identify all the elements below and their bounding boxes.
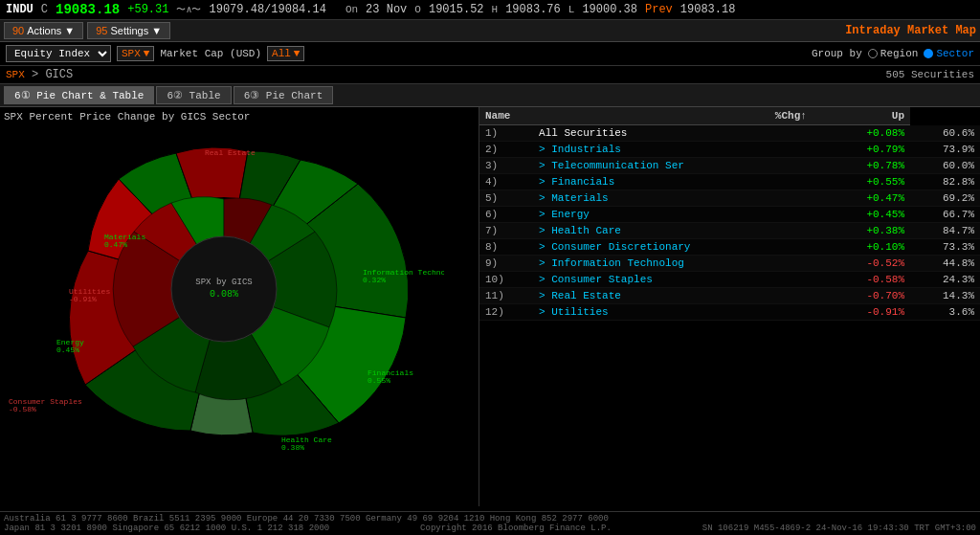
sector-radio-option[interactable]: Sector (924, 48, 974, 59)
ticker-price: 19083.18 (56, 2, 120, 17)
row-name[interactable]: All Securities (533, 125, 813, 142)
ticker-o-label: O (414, 4, 421, 15)
actions-arrow: ▼ (64, 25, 75, 36)
svg-text:0.47%: 0.47% (104, 240, 127, 249)
row-up: 73.9% (910, 142, 980, 158)
col-up-header[interactable]: Up (813, 107, 910, 125)
breadcrumb-spx[interactable]: SPX (6, 69, 25, 80)
row-num: 12) (479, 304, 533, 321)
row-name[interactable]: > Materials (533, 190, 813, 207)
pie-chart-svg: SPX by GICS 0.08% Information Technology… (4, 126, 444, 452)
groupby-section: Group by Region Sector (812, 48, 974, 59)
region-radio[interactable] (868, 49, 878, 58)
row-name[interactable]: > Financials (533, 174, 813, 190)
row-name[interactable]: > Consumer Staples (533, 272, 813, 288)
footer: Australia 61 3 9777 8600 Brazil 5511 239… (0, 511, 980, 535)
tab3-label: 6③ Pie Chart (244, 90, 323, 101)
table-row: 11)> Real Estate-0.70%14.3% (479, 288, 980, 304)
actions-label: Actions (27, 25, 61, 36)
tabs-bar: 6① Pie Chart & Table 6② Table 6③ Pie Cha… (0, 84, 980, 107)
row-num: 11) (479, 288, 533, 304)
ticker-on: On (345, 4, 358, 15)
sector-radio[interactable] (924, 49, 933, 58)
row-name[interactable]: > Energy (533, 207, 813, 223)
actions-button[interactable]: 90 Actions ▼ (4, 22, 83, 39)
row-num: 5) (479, 190, 533, 207)
row-chg: +0.78% (813, 158, 910, 174)
row-num: 9) (479, 256, 533, 272)
breadcrumb: SPX > GICS (6, 68, 73, 81)
svg-text:0.45%: 0.45% (56, 346, 79, 354)
table-row: 6)> Energy+0.45%66.7% (479, 207, 980, 223)
row-chg: -0.91% (813, 304, 910, 321)
table-row: 12)> Utilities-0.91%3.6% (479, 304, 980, 321)
row-num: 8) (479, 239, 533, 256)
action-bar: 90 Actions ▼ 95 Settings ▼ Intraday Mark… (0, 20, 980, 42)
region-radio-option[interactable]: Region (868, 48, 919, 59)
pie-container: SPX by GICS 0.08% Information Technology… (4, 126, 444, 452)
ticker-range: 19079.48/19084.14 (209, 3, 325, 16)
region-label: Region (880, 48, 919, 59)
row-up: 69.2% (910, 190, 980, 207)
all-dropdown[interactable]: All ▼ (267, 46, 304, 61)
table-side: Name %Chg↑ Up 1)All Securities+0.08%60.6… (479, 107, 980, 506)
securities-count: 505 Securities (886, 69, 974, 80)
footer-line1: Australia 61 3 9777 8600 Brazil 5511 239… (4, 514, 976, 524)
actions-count: 90 (12, 25, 24, 36)
row-up: 24.3% (910, 272, 980, 288)
ticker-high: 19083.76 (505, 3, 561, 16)
row-num: 2) (479, 142, 533, 158)
svg-text:-0.58%: -0.58% (9, 405, 36, 413)
spx-arrow: ▼ (144, 48, 150, 59)
data-table: Name %Chg↑ Up 1)All Securities+0.08%60.6… (479, 107, 980, 321)
table-row: 2)> Industrials+0.79%73.9% (479, 142, 980, 158)
footer-copyright: Copyright 2016 Bloomberg Finance L.P. (420, 524, 612, 533)
row-name[interactable]: > Consumer Discretionary (533, 239, 813, 256)
ticker-date: 23 Nov (366, 3, 407, 16)
spx-dropdown[interactable]: SPX ▼ (117, 46, 154, 61)
tab1-label: 6① Pie Chart & Table (14, 90, 144, 101)
ticker-prev-val: 19083.18 (680, 3, 736, 16)
control-bar: Equity Index Equity Index SPX ▼ Market C… (0, 42, 980, 66)
tab-pie-chart[interactable]: 6③ Pie Chart (234, 86, 334, 104)
ticker-open: 19015.52 (429, 3, 484, 16)
col-name-header[interactable]: Name (479, 107, 533, 125)
svg-text:-0.91%: -0.91% (69, 295, 97, 303)
row-name[interactable]: > Utilities (533, 304, 813, 321)
row-name[interactable]: > Health Care (533, 223, 813, 239)
svg-text:0.08%: 0.08% (210, 289, 238, 300)
ticker-l-label: L (568, 4, 575, 15)
settings-label: Settings (110, 25, 148, 36)
ticker-prev-label: Prev (645, 3, 673, 16)
row-name[interactable]: > Information Technolog (533, 256, 813, 272)
market-cap-label: Market Cap (USD) (160, 48, 261, 59)
row-up: 44.8% (910, 256, 980, 272)
table-row: 7)> Health Care+0.38%84.7% (479, 223, 980, 239)
ticker-bar: INDU C 19083.18 +59.31 〜∧〜 19079.48/1908… (0, 0, 980, 20)
ticker-change: +59.31 (127, 3, 168, 16)
row-name[interactable]: > Real Estate (533, 288, 813, 304)
table-row: 9)> Information Technolog-0.52%44.8% (479, 256, 980, 272)
row-up: 82.8% (910, 174, 980, 190)
row-up: 3.6% (910, 304, 980, 321)
row-name[interactable]: > Industrials (533, 142, 813, 158)
table-header-row: Name %Chg↑ Up (479, 107, 980, 125)
sector-label: Sector (936, 48, 974, 59)
row-num: 7) (479, 223, 533, 239)
tab-pie-chart-table[interactable]: 6① Pie Chart & Table (4, 86, 154, 104)
settings-button[interactable]: 95 Settings ▼ (87, 22, 170, 39)
row-chg: +0.08% (813, 125, 910, 142)
col-chg-header[interactable]: %Chg↑ (533, 107, 813, 125)
row-name[interactable]: > Telecommunication Ser (533, 158, 813, 174)
row-num: 4) (479, 174, 533, 190)
tab-table[interactable]: 6② Table (156, 86, 231, 104)
row-num: 6) (479, 207, 533, 223)
row-chg: +0.79% (813, 142, 910, 158)
equity-index-select[interactable]: Equity Index (6, 45, 111, 62)
ticker-c-label: C (41, 3, 48, 16)
main-content: SPX Percent Price Change by GICS Sector (0, 107, 980, 506)
breadcrumb-bar: SPX > GICS 505 Securities (0, 66, 980, 84)
svg-text:SPX by GICS: SPX by GICS (195, 278, 252, 287)
row-chg: +0.47% (813, 190, 910, 207)
row-up: 66.7% (910, 207, 980, 223)
